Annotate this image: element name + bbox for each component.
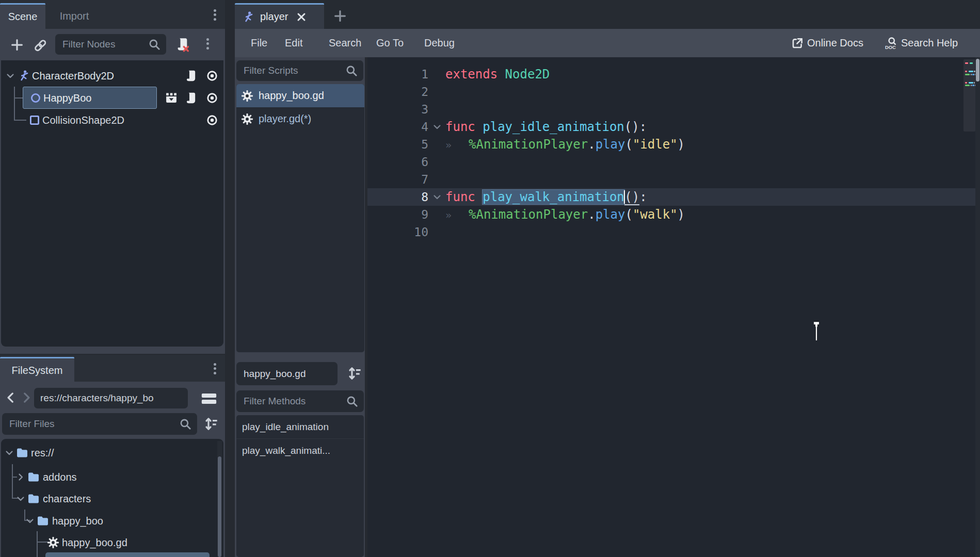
expand-arrow-icon[interactable] [25, 516, 35, 526]
folder-icon [27, 492, 40, 505]
filter-nodes-input[interactable]: Filter Nodes [55, 34, 166, 55]
search-help-icon: DOC [883, 36, 898, 51]
scene-node-label: CharacterBody2D [32, 70, 114, 82]
filesystem-path-field[interactable]: res://characters/happy_bo [34, 388, 188, 408]
code-line-4[interactable]: 4func play_idle_animation(): [367, 118, 980, 136]
scene-dock-menu-icon[interactable] [214, 7, 216, 22]
filter-files-input[interactable]: Filter Files [2, 413, 197, 435]
code-line-9[interactable]: 9»%AnimationPlayer.play("walk") [367, 206, 980, 223]
filter-scripts-input[interactable]: Filter Scripts [236, 60, 363, 81]
history-forward-icon[interactable] [20, 391, 33, 404]
fs-item-label: happy_boo.gd [62, 537, 127, 549]
attached-script-icon[interactable] [184, 69, 198, 83]
method-item-play_idle_animation[interactable]: play_idle_animation [236, 415, 364, 438]
collision-square-icon [28, 113, 41, 127]
code-editor[interactable]: 1extends Node2D234func play_idle_animati… [367, 57, 980, 557]
method-sort-icon[interactable] [346, 365, 362, 382]
tab-filesystem[interactable]: FileSystem [0, 357, 74, 383]
line-number: 2 [367, 83, 428, 101]
script-item-happy_boogd[interactable]: happy_boo.gd [236, 84, 364, 107]
visibility-eye-icon[interactable] [205, 91, 219, 105]
history-back-icon[interactable] [4, 391, 18, 404]
visibility-eye-icon[interactable] [205, 113, 219, 127]
method-item-play_walk_animati[interactable]: play_walk_animati... [236, 438, 364, 462]
code-line-10[interactable]: 10 [367, 223, 980, 241]
fold-arrow-icon[interactable] [432, 192, 442, 202]
menu-go-to[interactable]: Go To [376, 29, 404, 57]
scene-node-happyboo[interactable]: HappyBoo [1, 87, 223, 109]
menu-debug[interactable]: Debug [424, 29, 455, 57]
filesystem-dock-menu-icon[interactable] [214, 361, 216, 376]
search-icon [345, 64, 358, 77]
scene-tree[interactable]: CharacterBody2DHappyBooCollisionShape2D [1, 60, 223, 347]
fold-arrow-icon[interactable] [432, 122, 442, 132]
gdscript-file-icon [240, 112, 254, 126]
filter-methods-input[interactable]: Filter Methods [236, 390, 364, 412]
fs-item-characters[interactable]: characters [1, 488, 223, 510]
folder-icon [15, 446, 29, 460]
method-list[interactable]: play_idle_animationplay_walk_animati... [236, 415, 364, 557]
file-sort-icon[interactable] [202, 416, 219, 432]
menu-edit[interactable]: Edit [285, 29, 302, 57]
expand-arrow-icon[interactable] [5, 71, 15, 81]
add-node-icon[interactable] [9, 37, 25, 53]
fs-item-happy_boogd[interactable]: happy_boo.gd [1, 532, 223, 553]
line-number: 9 [367, 206, 428, 223]
filesystem-tree[interactable]: res://addonscharactershappy_boohappy_boo… [1, 439, 223, 557]
expand-arrow-icon[interactable] [15, 494, 26, 504]
code-line-5[interactable]: 5»%AnimationPlayer.play("idle") [367, 136, 980, 153]
online-docs-button[interactable]: Online Docs [791, 29, 863, 57]
script-menubar: FileEditSearchGo ToDebug [235, 29, 980, 57]
menu-search[interactable]: Search [329, 29, 361, 57]
script-item-label: happy_boo.gd [259, 90, 324, 102]
code-line-2[interactable]: 2 [367, 83, 980, 101]
toggle-split-mode-icon[interactable] [199, 390, 219, 407]
methods-header-label: happy_boo.gd [236, 368, 338, 380]
menu-file[interactable]: File [251, 29, 267, 57]
code-line-3[interactable]: 3 [367, 101, 980, 118]
fs-item-addons[interactable]: addons [1, 466, 223, 488]
fs-item-res[interactable]: res:// [1, 442, 223, 464]
collapse-arrow-icon[interactable] [15, 472, 26, 482]
tab-scene[interactable]: Scene [0, 3, 45, 29]
scene-node-collisionshape2d[interactable]: CollisionShape2D [1, 109, 223, 131]
folder-icon [27, 470, 40, 484]
scene-node-characterbody2d[interactable]: CharacterBody2D [1, 65, 223, 87]
expand-arrow-icon[interactable] [4, 448, 14, 458]
instantiate-scene-icon[interactable] [32, 37, 49, 54]
open-scene-clapper-icon[interactable] [164, 91, 179, 105]
tab-import[interactable]: Import [45, 3, 103, 29]
close-tab-icon[interactable] [295, 11, 308, 23]
search-help-label: Search Help [901, 37, 958, 49]
code-minimap[interactable] [963, 59, 975, 132]
attached-script-icon[interactable] [184, 91, 198, 105]
script-item-playergd[interactable]: player.gd(*) [236, 107, 364, 130]
code-line-1[interactable]: 1extends Node2D [367, 65, 980, 83]
online-docs-label: Online Docs [807, 37, 863, 49]
new-scene-tab-icon[interactable] [332, 8, 348, 24]
scene-toolbar-menu-icon[interactable] [206, 36, 209, 51]
code-line-7[interactable]: 7 [367, 171, 980, 188]
clear-script-icon[interactable] [174, 36, 190, 53]
filter-scripts-placeholder: Filter Scripts [236, 65, 345, 76]
filesystem-path-text: res://characters/happy_bo [34, 392, 188, 404]
search-icon [179, 417, 192, 431]
line-number: 6 [367, 153, 428, 171]
script-list[interactable]: happy_boo.gd player.gd(*) [236, 84, 364, 352]
methods-header-box[interactable]: happy_boo.gd [236, 362, 338, 385]
scene-node-label: HappyBoo [43, 92, 91, 104]
code-line-8[interactable]: 8func play_walk_animation(): [367, 188, 980, 206]
fs-item-happy_boo[interactable]: happy_boo [1, 510, 223, 532]
tab-import-label: Import [60, 10, 89, 22]
search-help-button[interactable]: DOC Search Help [883, 29, 958, 57]
node-circle-icon [29, 91, 42, 105]
external-link-icon [791, 37, 804, 50]
code-vscrollbar[interactable] [975, 57, 980, 557]
line-number: 7 [367, 171, 428, 188]
visibility-eye-icon[interactable] [205, 69, 219, 83]
godot-editor-window: Scene Import Filter Nodes CharacterBody2… [0, 0, 980, 557]
filter-methods-placeholder: Filter Methods [236, 396, 345, 407]
code-line-6[interactable]: 6 [367, 153, 980, 171]
scene-tab-player[interactable]: player [235, 3, 324, 29]
line-number: 8 [367, 188, 428, 206]
